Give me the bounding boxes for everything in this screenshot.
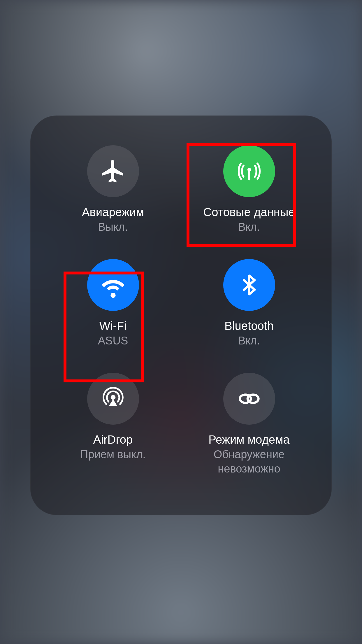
hotspot-button[interactable] <box>223 373 275 425</box>
connectivity-grid: Авиарежим Выкл. Сотовые данные Вкл <box>30 116 332 515</box>
wifi-icon <box>99 271 127 299</box>
wifi-tile: Wi-Fi ASUS <box>45 253 181 366</box>
airplane-mode-tile: Авиарежим Выкл. <box>45 139 181 253</box>
bluetooth-icon <box>237 273 261 297</box>
bluetooth-label: Bluetooth <box>224 318 274 333</box>
hotspot-chain-icon <box>236 385 263 412</box>
hotspot-label: Режим модема <box>208 432 290 447</box>
airdrop-button[interactable] <box>87 373 139 425</box>
cellular-data-tile: Сотовые данные Вкл. <box>181 139 317 253</box>
airdrop-label: AirDrop <box>93 432 133 447</box>
wifi-label: Wi-Fi <box>99 318 126 333</box>
connectivity-panel: Авиарежим Выкл. Сотовые данные Вкл <box>30 116 332 515</box>
airdrop-status: Прием выкл. <box>80 447 146 462</box>
svg-point-4 <box>247 395 259 403</box>
airdrop-icon <box>100 385 126 412</box>
hotspot-tile: Режим модема Обнаружение невозможно <box>181 366 317 480</box>
cellular-data-label: Сотовые данные <box>203 205 295 219</box>
wifi-status: ASUS <box>98 334 128 348</box>
airplane-mode-label: Авиарежим <box>82 205 144 219</box>
bluetooth-status: Вкл. <box>238 334 260 348</box>
bluetooth-button[interactable] <box>223 259 275 311</box>
airplane-mode-status: Выкл. <box>98 220 128 234</box>
cellular-data-status: Вкл. <box>238 220 260 234</box>
wifi-button[interactable] <box>87 259 139 311</box>
airplane-icon <box>100 158 126 185</box>
airdrop-tile: AirDrop Прием выкл. <box>45 366 181 480</box>
svg-point-2 <box>110 395 115 400</box>
hotspot-status: Обнаружение невозможно <box>181 447 317 476</box>
cellular-antenna-icon <box>236 158 262 184</box>
cellular-data-button[interactable] <box>223 145 275 197</box>
bluetooth-tile: Bluetooth Вкл. <box>181 253 317 366</box>
airplane-mode-button[interactable] <box>87 145 139 197</box>
